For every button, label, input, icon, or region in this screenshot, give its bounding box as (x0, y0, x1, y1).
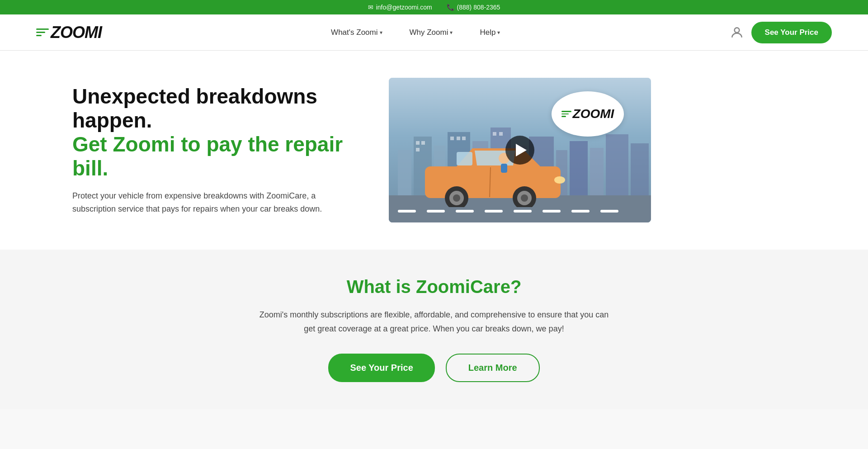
logo-line-1 (36, 28, 49, 30)
nav-cta-button[interactable]: See Your Price (751, 22, 832, 43)
play-triangle-icon (516, 144, 527, 156)
logo-line-3 (36, 35, 42, 36)
logo[interactable]: ZOOMI (36, 23, 102, 42)
video-logo-line-1 (561, 111, 571, 112)
dash-6 (542, 210, 561, 213)
hero-heading-green: Get Zoomi to pay the repair bill. (72, 132, 343, 180)
car-illustration (407, 139, 579, 209)
help-label: Help (480, 28, 495, 37)
why-zoomi-link[interactable]: Why Zoomi ▾ (410, 28, 453, 37)
hero-text-block: Unexpected breakdowns happen. Get Zoomi … (72, 85, 353, 215)
whats-zoomi-link[interactable]: What's Zoomi ▾ (331, 28, 382, 37)
svg-point-0 (734, 28, 739, 33)
road-dashes (389, 210, 651, 213)
whats-zoomi-chevron: ▾ (380, 29, 382, 36)
svg-rect-20 (493, 132, 496, 136)
nav-item-why-zoomi[interactable]: Why Zoomi ▾ (410, 28, 453, 37)
why-zoomi-label: Why Zoomi (410, 28, 448, 37)
dash-2 (427, 210, 445, 213)
nav-item-whats-zoomi[interactable]: What's Zoomi ▾ (331, 28, 382, 37)
email-contact[interactable]: ✉ info@getzoomi.com (368, 4, 432, 11)
see-your-price-button[interactable]: See Your Price (328, 354, 434, 382)
cta-buttons-group: See Your Price Learn More (136, 354, 732, 382)
video-logo: ZOOMI (561, 107, 614, 121)
dash-4 (485, 210, 503, 213)
nav-item-help[interactable]: Help ▾ (480, 28, 500, 37)
nav-links: What's Zoomi ▾ Why Zoomi ▾ Help ▾ (102, 28, 730, 37)
hero-heading-line1: Unexpected breakdowns (72, 85, 317, 108)
svg-rect-11 (590, 148, 604, 195)
svg-point-29 (521, 194, 528, 202)
video-logo-line-3 (561, 116, 566, 117)
car-svg (407, 139, 579, 207)
navbar: ZOOMI What's Zoomi ▾ Why Zoomi ▾ Help ▾ (0, 14, 868, 51)
video-play-button[interactable] (505, 136, 534, 165)
phone-contact[interactable]: 📞 (888) 808-2365 (447, 4, 500, 11)
email-icon: ✉ (368, 4, 373, 11)
video-background: ZOOMI (389, 78, 651, 222)
dash-8 (600, 210, 618, 213)
logo-text: ZOOMI (51, 23, 102, 42)
help-link[interactable]: Help ▾ (480, 28, 500, 37)
why-zoomi-chevron: ▾ (450, 29, 453, 36)
user-account-icon[interactable] (730, 25, 744, 40)
zoomiccare-title: What is ZoomiCare? (136, 277, 732, 297)
nav-right: See Your Price (730, 22, 832, 43)
video-logo-line-2 (561, 113, 569, 115)
dash-7 (571, 210, 590, 213)
hero-heading: Unexpected breakdowns happen. Get Zoomi … (72, 85, 353, 180)
svg-rect-12 (606, 134, 628, 195)
phone-number: (888) 808-2365 (457, 4, 500, 11)
video-logo-lines-icon (561, 111, 571, 117)
hero-body-text: Protect your vehicle from expensive brea… (72, 189, 353, 216)
svg-point-30 (554, 176, 565, 184)
dash-3 (456, 210, 474, 213)
logo-lines-icon (36, 28, 49, 36)
svg-point-26 (453, 194, 460, 202)
dash-1 (398, 210, 416, 213)
zoomiccare-body: Zoomi's monthly subscriptions are flexib… (253, 308, 615, 336)
logo-line-2 (36, 32, 45, 33)
hero-heading-line2: happen. (72, 109, 152, 132)
dash-5 (514, 210, 532, 213)
email-address: info@getzoomi.com (376, 4, 432, 11)
svg-rect-33 (501, 164, 507, 173)
svg-rect-21 (499, 132, 503, 136)
top-bar: ✉ info@getzoomi.com 📞 (888) 808-2365 (0, 0, 868, 14)
video-logo-text-label: ZOOMI (573, 107, 614, 121)
hero-video[interactable]: ZOOMI (389, 78, 651, 222)
zoomiccare-section: What is ZoomiCare? Zoomi's monthly subsc… (0, 250, 868, 409)
hero-section: Unexpected breakdowns happen. Get Zoomi … (0, 51, 868, 250)
phone-icon: 📞 (447, 4, 454, 11)
whats-zoomi-label: What's Zoomi (331, 28, 377, 37)
svg-rect-22 (425, 166, 561, 198)
help-chevron: ▾ (497, 29, 500, 36)
svg-rect-23 (457, 152, 472, 165)
learn-more-button[interactable]: Learn More (446, 354, 540, 382)
svg-rect-13 (631, 143, 649, 195)
video-logo-bubble: ZOOMI (552, 91, 624, 137)
